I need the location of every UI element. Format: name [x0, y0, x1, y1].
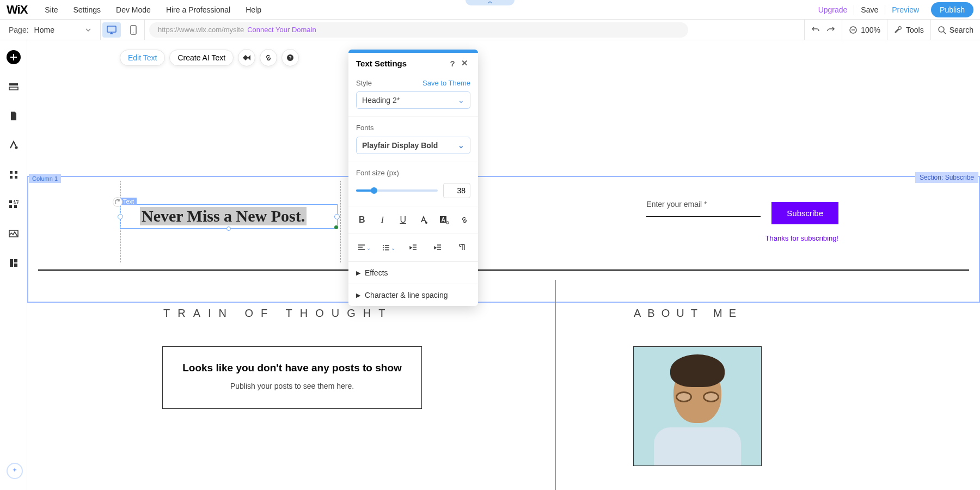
- link-button[interactable]: [454, 212, 475, 228]
- highlight-button[interactable]: A: [434, 212, 455, 228]
- train-heading: TRAIN OF THOUGHT: [163, 307, 393, 320]
- svg-rect-17: [10, 259, 13, 267]
- element-type-badge: Text: [120, 198, 137, 205]
- anchor-indicator: [334, 225, 338, 229]
- menu-settings[interactable]: Settings: [65, 5, 108, 14]
- link-icon[interactable]: [260, 49, 277, 66]
- svg-rect-15: [14, 205, 17, 208]
- section-divider-line: [38, 270, 969, 271]
- font-size-input[interactable]: 38: [443, 183, 470, 198]
- page-label: Page:: [9, 26, 29, 34]
- svg-point-22: [425, 222, 427, 224]
- redo-icon[interactable]: [826, 26, 835, 34]
- left-rail: [0, 40, 27, 490]
- tools-button[interactable]: Tools: [887, 20, 930, 40]
- refresh-icon[interactable]: [113, 197, 122, 207]
- content-icon[interactable]: [7, 256, 21, 270]
- pages-icon[interactable]: [7, 109, 21, 123]
- svg-rect-18: [14, 259, 17, 262]
- business-icon[interactable]: [7, 197, 21, 211]
- add-elements-button[interactable]: [7, 50, 21, 64]
- url-bar[interactable]: https://www.wix.com/mysite Connect Your …: [149, 22, 688, 38]
- underline-button[interactable]: U: [393, 212, 413, 228]
- menu-hire[interactable]: Hire a Professional: [158, 5, 238, 14]
- media-icon[interactable]: [7, 226, 21, 241]
- menu-help[interactable]: Help: [238, 5, 269, 14]
- svg-rect-0: [107, 26, 116, 32]
- thanks-message: Thanks for subscribing!: [765, 234, 838, 242]
- save-to-theme-link[interactable]: Save to Theme: [422, 79, 470, 87]
- section-badge[interactable]: Section: Subscribe: [915, 172, 978, 183]
- about-heading: ABOUT ME: [634, 307, 743, 320]
- empty-posts-title: Looks like you don't have any posts to s…: [163, 362, 421, 374]
- search-icon: [938, 26, 946, 34]
- site-url: https://www.wix.com/mysite: [158, 26, 244, 34]
- list-button[interactable]: ⌄: [376, 240, 401, 256]
- menu-site[interactable]: Site: [37, 5, 65, 14]
- editor-canvas[interactable]: Column 1 Section: Subscribe Edit Text Cr…: [27, 40, 980, 490]
- svg-rect-19: [14, 264, 17, 267]
- indent-button[interactable]: [426, 240, 450, 256]
- sections-icon[interactable]: [7, 79, 21, 94]
- about-photo[interactable]: [633, 346, 762, 466]
- email-input[interactable]: [646, 216, 761, 217]
- resize-handle[interactable]: [226, 226, 231, 231]
- element-actions: Edit Text Create AI Text ?: [120, 49, 299, 66]
- svg-text:?: ?: [289, 55, 292, 60]
- svg-point-2: [133, 32, 134, 33]
- tools-icon: [894, 26, 903, 34]
- heading-text[interactable]: Never Miss a New Post.: [140, 207, 307, 225]
- effects-accordion[interactable]: ▶Effects: [348, 262, 478, 284]
- empty-posts-box: Looks like you don't have any posts to s…: [162, 346, 422, 409]
- font-size-slider[interactable]: [356, 189, 438, 192]
- italic-button[interactable]: I: [372, 212, 393, 228]
- create-ai-text-button[interactable]: Create AI Text: [169, 50, 234, 66]
- preview-button[interactable]: Preview: [885, 5, 926, 14]
- direction-button[interactable]: [450, 240, 475, 256]
- page-selector[interactable]: Page: Home: [0, 20, 101, 40]
- svg-rect-5: [9, 83, 18, 85]
- style-label: Style: [356, 79, 372, 87]
- bold-button[interactable]: B: [352, 212, 372, 228]
- mobile-view-button[interactable]: [124, 22, 143, 38]
- panel-help-icon[interactable]: ?: [446, 59, 458, 68]
- edit-text-button[interactable]: Edit Text: [120, 50, 165, 66]
- svg-rect-14: [9, 205, 12, 208]
- publish-button[interactable]: Publish: [931, 2, 973, 17]
- svg-rect-11: [15, 176, 17, 179]
- font-select[interactable]: Playfair Display Bold ⌄: [356, 137, 470, 154]
- desktop-view-button[interactable]: [102, 22, 121, 38]
- wix-logo[interactable]: WiX: [7, 3, 27, 17]
- svg-point-28: [383, 249, 384, 250]
- connect-domain-link[interactable]: Connect Your Domain: [247, 26, 316, 34]
- svg-point-27: [383, 247, 384, 248]
- panel-title: Text Settings: [356, 59, 407, 68]
- upgrade-link[interactable]: Upgrade: [812, 5, 854, 14]
- font-size-label: Font size (px): [356, 169, 399, 177]
- help-icon[interactable]: ?: [281, 49, 299, 66]
- apps-icon[interactable]: [7, 168, 21, 182]
- undo-icon[interactable]: [811, 26, 820, 34]
- svg-rect-10: [10, 176, 13, 179]
- svg-text:A: A: [441, 217, 445, 223]
- search-button[interactable]: Search: [930, 20, 980, 40]
- menu-devmode[interactable]: Dev Mode: [108, 5, 158, 14]
- panel-close-icon[interactable]: ✕: [458, 58, 470, 68]
- text-settings-panel: Text Settings ? ✕ Style Save to Theme He…: [348, 50, 478, 306]
- subscribe-button[interactable]: Subscribe: [771, 202, 838, 224]
- outdent-button[interactable]: [401, 240, 425, 256]
- ai-assistant-button[interactable]: [7, 463, 23, 479]
- spacing-accordion[interactable]: ▶Character & line spacing: [348, 284, 478, 306]
- style-select[interactable]: Heading 2* ⌄: [356, 91, 470, 109]
- save-button[interactable]: Save: [854, 5, 885, 14]
- selected-text-element[interactable]: Text Never Miss a New Post.: [120, 204, 338, 229]
- svg-point-4: [939, 27, 944, 32]
- zoom-control[interactable]: 100%: [842, 20, 887, 40]
- text-color-button[interactable]: [413, 212, 434, 228]
- column-badge[interactable]: Column 1: [29, 174, 61, 183]
- animation-icon[interactable]: [238, 49, 255, 66]
- chevron-down-icon: ⌄: [458, 96, 464, 105]
- top-handle[interactable]: [465, 0, 514, 5]
- align-button[interactable]: ⌄: [352, 240, 376, 256]
- theme-icon[interactable]: [7, 138, 21, 152]
